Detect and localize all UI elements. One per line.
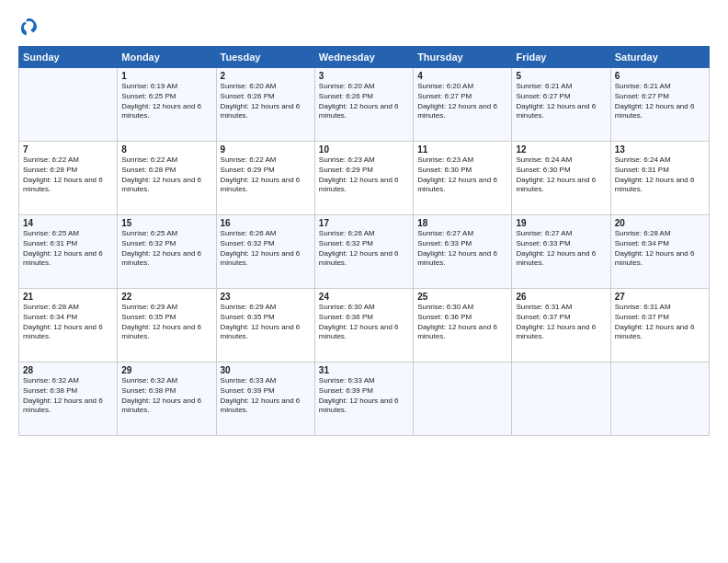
header-cell-wednesday: Wednesday xyxy=(314,47,413,68)
day-cell: 7Sunrise: 6:22 AMSunset: 6:28 PMDaylight… xyxy=(19,142,118,215)
day-cell: 18Sunrise: 6:27 AMSunset: 6:33 PMDayligh… xyxy=(414,215,512,289)
week-row-4: 21Sunrise: 6:28 AMSunset: 6:34 PMDayligh… xyxy=(19,289,710,362)
day-cell xyxy=(512,362,610,436)
day-number: 16 xyxy=(221,218,311,228)
day-cell: 26Sunrise: 6:31 AMSunset: 6:37 PMDayligh… xyxy=(512,289,610,362)
day-cell: 1Sunrise: 6:19 AMSunset: 6:25 PMDaylight… xyxy=(118,68,216,142)
day-number: 22 xyxy=(121,292,211,302)
day-number: 1 xyxy=(121,71,211,81)
day-cell: 19Sunrise: 6:27 AMSunset: 6:33 PMDayligh… xyxy=(512,215,610,289)
day-cell: 14Sunrise: 6:25 AMSunset: 6:31 PMDayligh… xyxy=(19,215,118,289)
day-info: Sunrise: 6:20 AMSunset: 6:26 PMDaylight:… xyxy=(319,82,409,121)
day-cell: 29Sunrise: 6:32 AMSunset: 6:38 PMDayligh… xyxy=(118,362,216,436)
week-row-3: 14Sunrise: 6:25 AMSunset: 6:31 PMDayligh… xyxy=(19,215,710,289)
day-cell xyxy=(414,362,512,436)
day-cell: 3Sunrise: 6:20 AMSunset: 6:26 PMDaylight… xyxy=(314,68,413,142)
day-cell: 23Sunrise: 6:29 AMSunset: 6:35 PMDayligh… xyxy=(216,289,314,362)
day-cell: 20Sunrise: 6:28 AMSunset: 6:34 PMDayligh… xyxy=(610,215,709,289)
day-cell: 21Sunrise: 6:28 AMSunset: 6:34 PMDayligh… xyxy=(19,289,118,362)
day-cell: 5Sunrise: 6:21 AMSunset: 6:27 PMDaylight… xyxy=(512,68,610,142)
day-info: Sunrise: 6:19 AMSunset: 6:25 PMDaylight:… xyxy=(121,82,211,121)
day-cell: 24Sunrise: 6:30 AMSunset: 6:36 PMDayligh… xyxy=(314,289,413,362)
day-info: Sunrise: 6:27 AMSunset: 6:33 PMDaylight:… xyxy=(417,229,507,269)
day-info: Sunrise: 6:23 AMSunset: 6:30 PMDaylight:… xyxy=(417,155,507,195)
day-cell: 31Sunrise: 6:33 AMSunset: 6:39 PMDayligh… xyxy=(314,362,413,436)
day-info: Sunrise: 6:30 AMSunset: 6:36 PMDaylight:… xyxy=(319,303,409,342)
day-number: 28 xyxy=(23,365,113,375)
day-info: Sunrise: 6:22 AMSunset: 6:28 PMDaylight:… xyxy=(121,155,211,195)
day-number: 9 xyxy=(221,144,311,155)
day-info: Sunrise: 6:21 AMSunset: 6:27 PMDaylight:… xyxy=(615,82,705,121)
day-cell: 6Sunrise: 6:21 AMSunset: 6:27 PMDaylight… xyxy=(610,68,709,142)
header xyxy=(18,17,710,37)
header-cell-thursday: Thursday xyxy=(414,47,512,68)
day-number: 14 xyxy=(23,218,113,228)
day-number: 21 xyxy=(23,292,113,302)
day-info: Sunrise: 6:23 AMSunset: 6:29 PMDaylight:… xyxy=(319,155,409,195)
day-number: 3 xyxy=(319,71,409,81)
logo xyxy=(18,17,42,37)
day-cell: 15Sunrise: 6:25 AMSunset: 6:32 PMDayligh… xyxy=(118,215,216,289)
day-cell: 25Sunrise: 6:30 AMSunset: 6:36 PMDayligh… xyxy=(414,289,512,362)
day-info: Sunrise: 6:20 AMSunset: 6:26 PMDaylight:… xyxy=(221,82,311,121)
day-cell: 17Sunrise: 6:26 AMSunset: 6:32 PMDayligh… xyxy=(314,215,413,289)
day-info: Sunrise: 6:31 AMSunset: 6:37 PMDaylight:… xyxy=(615,303,705,342)
day-number: 19 xyxy=(516,218,606,228)
day-cell: 8Sunrise: 6:22 AMSunset: 6:28 PMDaylight… xyxy=(118,142,216,215)
day-cell: 2Sunrise: 6:20 AMSunset: 6:26 PMDaylight… xyxy=(216,68,314,142)
day-cell: 28Sunrise: 6:32 AMSunset: 6:38 PMDayligh… xyxy=(19,362,118,436)
header-cell-friday: Friday xyxy=(512,47,610,68)
day-number: 5 xyxy=(516,71,606,81)
day-number: 26 xyxy=(516,292,606,302)
day-number: 11 xyxy=(417,144,507,155)
day-cell: 9Sunrise: 6:22 AMSunset: 6:29 PMDaylight… xyxy=(216,142,314,215)
day-info: Sunrise: 6:29 AMSunset: 6:35 PMDaylight:… xyxy=(121,303,211,342)
day-info: Sunrise: 6:27 AMSunset: 6:33 PMDaylight:… xyxy=(516,229,606,269)
day-cell: 30Sunrise: 6:33 AMSunset: 6:39 PMDayligh… xyxy=(216,362,314,436)
day-info: Sunrise: 6:30 AMSunset: 6:36 PMDaylight:… xyxy=(417,303,507,342)
header-cell-monday: Monday xyxy=(118,47,216,68)
day-number: 27 xyxy=(615,292,705,302)
day-info: Sunrise: 6:28 AMSunset: 6:34 PMDaylight:… xyxy=(23,303,113,342)
day-number: 17 xyxy=(319,218,409,228)
day-info: Sunrise: 6:26 AMSunset: 6:32 PMDaylight:… xyxy=(221,229,311,269)
header-row: SundayMondayTuesdayWednesdayThursdayFrid… xyxy=(19,47,710,68)
day-info: Sunrise: 6:26 AMSunset: 6:32 PMDaylight:… xyxy=(319,229,409,269)
day-info: Sunrise: 6:22 AMSunset: 6:29 PMDaylight:… xyxy=(221,155,311,195)
day-cell: 13Sunrise: 6:24 AMSunset: 6:31 PMDayligh… xyxy=(610,142,709,215)
day-number: 23 xyxy=(221,292,311,302)
day-number: 31 xyxy=(319,365,409,375)
week-row-1: 1Sunrise: 6:19 AMSunset: 6:25 PMDaylight… xyxy=(19,68,710,142)
day-number: 25 xyxy=(417,292,507,302)
day-info: Sunrise: 6:32 AMSunset: 6:38 PMDaylight:… xyxy=(121,376,211,416)
day-cell: 4Sunrise: 6:20 AMSunset: 6:27 PMDaylight… xyxy=(414,68,512,142)
day-info: Sunrise: 6:31 AMSunset: 6:37 PMDaylight:… xyxy=(516,303,606,342)
header-cell-saturday: Saturday xyxy=(610,47,709,68)
page: SundayMondayTuesdayWednesdayThursdayFrid… xyxy=(0,0,728,563)
day-number: 8 xyxy=(121,144,211,155)
day-number: 18 xyxy=(417,218,507,228)
day-info: Sunrise: 6:33 AMSunset: 6:39 PMDaylight:… xyxy=(319,376,409,416)
day-cell xyxy=(19,68,118,142)
day-number: 10 xyxy=(319,144,409,155)
day-number: 6 xyxy=(615,71,705,81)
day-number: 4 xyxy=(417,71,507,81)
day-info: Sunrise: 6:32 AMSunset: 6:38 PMDaylight:… xyxy=(23,376,113,416)
day-cell: 27Sunrise: 6:31 AMSunset: 6:37 PMDayligh… xyxy=(610,289,709,362)
day-info: Sunrise: 6:24 AMSunset: 6:30 PMDaylight:… xyxy=(516,155,606,195)
day-info: Sunrise: 6:29 AMSunset: 6:35 PMDaylight:… xyxy=(221,303,311,342)
day-number: 30 xyxy=(221,365,311,375)
day-info: Sunrise: 6:33 AMSunset: 6:39 PMDaylight:… xyxy=(221,376,311,416)
day-info: Sunrise: 6:20 AMSunset: 6:27 PMDaylight:… xyxy=(417,82,507,121)
day-cell: 22Sunrise: 6:29 AMSunset: 6:35 PMDayligh… xyxy=(118,289,216,362)
day-cell: 12Sunrise: 6:24 AMSunset: 6:30 PMDayligh… xyxy=(512,142,610,215)
day-number: 20 xyxy=(615,218,705,228)
header-cell-sunday: Sunday xyxy=(19,47,118,68)
day-number: 2 xyxy=(221,71,311,81)
day-cell: 11Sunrise: 6:23 AMSunset: 6:30 PMDayligh… xyxy=(414,142,512,215)
week-row-5: 28Sunrise: 6:32 AMSunset: 6:38 PMDayligh… xyxy=(19,362,710,436)
header-cell-tuesday: Tuesday xyxy=(216,47,314,68)
day-number: 15 xyxy=(121,218,211,228)
day-number: 7 xyxy=(23,144,113,155)
day-number: 12 xyxy=(516,144,606,155)
